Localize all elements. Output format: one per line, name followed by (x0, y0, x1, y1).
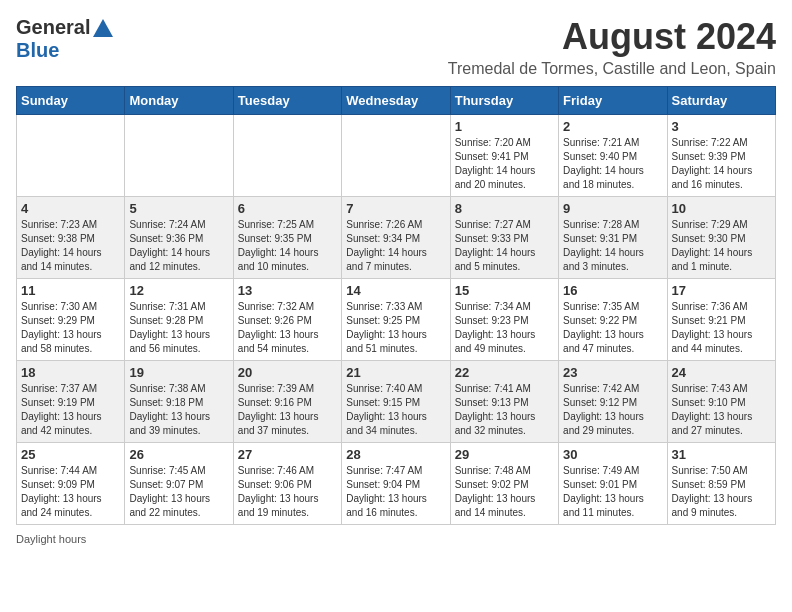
day-number: 2 (563, 119, 662, 134)
day-cell: 12Sunrise: 7:31 AM Sunset: 9:28 PM Dayli… (125, 279, 233, 361)
weekday-header-saturday: Saturday (667, 87, 775, 115)
weekday-header-tuesday: Tuesday (233, 87, 341, 115)
day-cell: 27Sunrise: 7:46 AM Sunset: 9:06 PM Dayli… (233, 443, 341, 525)
day-info: Sunrise: 7:20 AM Sunset: 9:41 PM Dayligh… (455, 136, 554, 192)
week-row-1: 1Sunrise: 7:20 AM Sunset: 9:41 PM Daylig… (17, 115, 776, 197)
week-row-4: 18Sunrise: 7:37 AM Sunset: 9:19 PM Dayli… (17, 361, 776, 443)
day-number: 11 (21, 283, 120, 298)
day-info: Sunrise: 7:28 AM Sunset: 9:31 PM Dayligh… (563, 218, 662, 274)
day-info: Sunrise: 7:32 AM Sunset: 9:26 PM Dayligh… (238, 300, 337, 356)
day-info: Sunrise: 7:30 AM Sunset: 9:29 PM Dayligh… (21, 300, 120, 356)
day-info: Sunrise: 7:36 AM Sunset: 9:21 PM Dayligh… (672, 300, 771, 356)
day-number: 9 (563, 201, 662, 216)
day-info: Sunrise: 7:22 AM Sunset: 9:39 PM Dayligh… (672, 136, 771, 192)
day-cell: 16Sunrise: 7:35 AM Sunset: 9:22 PM Dayli… (559, 279, 667, 361)
day-cell (233, 115, 341, 197)
day-cell: 11Sunrise: 7:30 AM Sunset: 9:29 PM Dayli… (17, 279, 125, 361)
day-number: 7 (346, 201, 445, 216)
day-number: 25 (21, 447, 120, 462)
day-number: 14 (346, 283, 445, 298)
day-info: Sunrise: 7:43 AM Sunset: 9:10 PM Dayligh… (672, 382, 771, 438)
week-row-3: 11Sunrise: 7:30 AM Sunset: 9:29 PM Dayli… (17, 279, 776, 361)
day-cell (125, 115, 233, 197)
day-info: Sunrise: 7:35 AM Sunset: 9:22 PM Dayligh… (563, 300, 662, 356)
day-number: 30 (563, 447, 662, 462)
day-cell: 10Sunrise: 7:29 AM Sunset: 9:30 PM Dayli… (667, 197, 775, 279)
day-info: Sunrise: 7:49 AM Sunset: 9:01 PM Dayligh… (563, 464, 662, 520)
day-cell: 3Sunrise: 7:22 AM Sunset: 9:39 PM Daylig… (667, 115, 775, 197)
day-info: Sunrise: 7:24 AM Sunset: 9:36 PM Dayligh… (129, 218, 228, 274)
weekday-header-thursday: Thursday (450, 87, 558, 115)
day-cell: 31Sunrise: 7:50 AM Sunset: 8:59 PM Dayli… (667, 443, 775, 525)
week-row-5: 25Sunrise: 7:44 AM Sunset: 9:09 PM Dayli… (17, 443, 776, 525)
day-info: Sunrise: 7:48 AM Sunset: 9:02 PM Dayligh… (455, 464, 554, 520)
day-cell: 30Sunrise: 7:49 AM Sunset: 9:01 PM Dayli… (559, 443, 667, 525)
day-info: Sunrise: 7:25 AM Sunset: 9:35 PM Dayligh… (238, 218, 337, 274)
day-cell: 7Sunrise: 7:26 AM Sunset: 9:34 PM Daylig… (342, 197, 450, 279)
day-info: Sunrise: 7:38 AM Sunset: 9:18 PM Dayligh… (129, 382, 228, 438)
day-number: 5 (129, 201, 228, 216)
main-title: August 2024 (448, 16, 776, 58)
day-info: Sunrise: 7:40 AM Sunset: 9:15 PM Dayligh… (346, 382, 445, 438)
day-info: Sunrise: 7:34 AM Sunset: 9:23 PM Dayligh… (455, 300, 554, 356)
day-cell: 2Sunrise: 7:21 AM Sunset: 9:40 PM Daylig… (559, 115, 667, 197)
day-cell: 18Sunrise: 7:37 AM Sunset: 9:19 PM Dayli… (17, 361, 125, 443)
day-number: 16 (563, 283, 662, 298)
day-number: 4 (21, 201, 120, 216)
day-number: 17 (672, 283, 771, 298)
day-info: Sunrise: 7:50 AM Sunset: 8:59 PM Dayligh… (672, 464, 771, 520)
header: General Blue August 2024 Tremedal de Tor… (16, 16, 776, 78)
day-info: Sunrise: 7:21 AM Sunset: 9:40 PM Dayligh… (563, 136, 662, 192)
day-info: Sunrise: 7:39 AM Sunset: 9:16 PM Dayligh… (238, 382, 337, 438)
logo-triangle (93, 19, 113, 37)
day-cell: 23Sunrise: 7:42 AM Sunset: 9:12 PM Dayli… (559, 361, 667, 443)
day-cell: 26Sunrise: 7:45 AM Sunset: 9:07 PM Dayli… (125, 443, 233, 525)
day-cell: 15Sunrise: 7:34 AM Sunset: 9:23 PM Dayli… (450, 279, 558, 361)
daylight-label: Daylight hours (16, 533, 86, 545)
day-info: Sunrise: 7:29 AM Sunset: 9:30 PM Dayligh… (672, 218, 771, 274)
day-cell: 22Sunrise: 7:41 AM Sunset: 9:13 PM Dayli… (450, 361, 558, 443)
day-cell (342, 115, 450, 197)
weekday-header-wednesday: Wednesday (342, 87, 450, 115)
day-number: 10 (672, 201, 771, 216)
day-number: 21 (346, 365, 445, 380)
day-cell: 4Sunrise: 7:23 AM Sunset: 9:38 PM Daylig… (17, 197, 125, 279)
day-number: 19 (129, 365, 228, 380)
day-info: Sunrise: 7:42 AM Sunset: 9:12 PM Dayligh… (563, 382, 662, 438)
day-info: Sunrise: 7:27 AM Sunset: 9:33 PM Dayligh… (455, 218, 554, 274)
day-number: 24 (672, 365, 771, 380)
day-info: Sunrise: 7:31 AM Sunset: 9:28 PM Dayligh… (129, 300, 228, 356)
subtitle: Tremedal de Tormes, Castille and Leon, S… (448, 60, 776, 78)
day-info: Sunrise: 7:46 AM Sunset: 9:06 PM Dayligh… (238, 464, 337, 520)
weekday-header-row: SundayMondayTuesdayWednesdayThursdayFrid… (17, 87, 776, 115)
logo: General Blue (16, 16, 113, 62)
day-info: Sunrise: 7:37 AM Sunset: 9:19 PM Dayligh… (21, 382, 120, 438)
day-cell: 20Sunrise: 7:39 AM Sunset: 9:16 PM Dayli… (233, 361, 341, 443)
day-number: 12 (129, 283, 228, 298)
day-info: Sunrise: 7:45 AM Sunset: 9:07 PM Dayligh… (129, 464, 228, 520)
day-number: 23 (563, 365, 662, 380)
day-cell: 8Sunrise: 7:27 AM Sunset: 9:33 PM Daylig… (450, 197, 558, 279)
day-number: 20 (238, 365, 337, 380)
day-info: Sunrise: 7:26 AM Sunset: 9:34 PM Dayligh… (346, 218, 445, 274)
day-number: 29 (455, 447, 554, 462)
day-number: 31 (672, 447, 771, 462)
day-cell: 6Sunrise: 7:25 AM Sunset: 9:35 PM Daylig… (233, 197, 341, 279)
day-cell: 29Sunrise: 7:48 AM Sunset: 9:02 PM Dayli… (450, 443, 558, 525)
day-info: Sunrise: 7:41 AM Sunset: 9:13 PM Dayligh… (455, 382, 554, 438)
weekday-header-monday: Monday (125, 87, 233, 115)
day-cell: 19Sunrise: 7:38 AM Sunset: 9:18 PM Dayli… (125, 361, 233, 443)
day-info: Sunrise: 7:33 AM Sunset: 9:25 PM Dayligh… (346, 300, 445, 356)
weekday-header-friday: Friday (559, 87, 667, 115)
day-number: 22 (455, 365, 554, 380)
footer-note: Daylight hours (16, 533, 776, 545)
day-cell (17, 115, 125, 197)
day-cell: 13Sunrise: 7:32 AM Sunset: 9:26 PM Dayli… (233, 279, 341, 361)
day-cell: 24Sunrise: 7:43 AM Sunset: 9:10 PM Dayli… (667, 361, 775, 443)
day-info: Sunrise: 7:44 AM Sunset: 9:09 PM Dayligh… (21, 464, 120, 520)
day-number: 6 (238, 201, 337, 216)
day-cell: 28Sunrise: 7:47 AM Sunset: 9:04 PM Dayli… (342, 443, 450, 525)
day-cell: 14Sunrise: 7:33 AM Sunset: 9:25 PM Dayli… (342, 279, 450, 361)
weekday-header-sunday: Sunday (17, 87, 125, 115)
day-number: 28 (346, 447, 445, 462)
